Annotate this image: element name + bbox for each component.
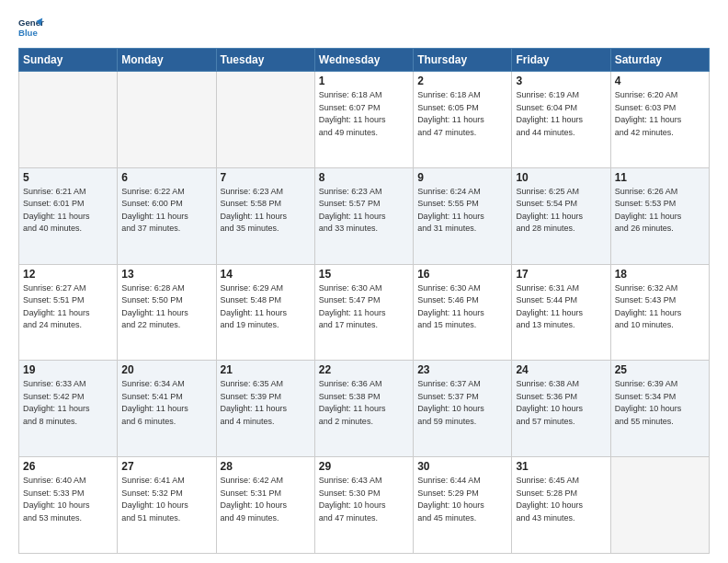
- calendar-cell: 29Sunrise: 6:43 AM Sunset: 5:30 PM Dayli…: [314, 457, 413, 554]
- day-number: 16: [417, 268, 507, 281]
- calendar-cell: 26Sunrise: 6:40 AM Sunset: 5:33 PM Dayli…: [19, 457, 118, 554]
- calendar-header-sunday: Sunday: [19, 49, 118, 72]
- calendar-cell: 7Sunrise: 6:23 AM Sunset: 5:58 PM Daylig…: [216, 167, 314, 264]
- day-number: 1: [319, 75, 409, 87]
- calendar-cell: 27Sunrise: 6:41 AM Sunset: 5:32 PM Dayli…: [118, 457, 216, 554]
- day-info: Sunrise: 6:28 AM Sunset: 5:50 PM Dayligh…: [121, 282, 211, 332]
- calendar-cell: 24Sunrise: 6:38 AM Sunset: 5:36 PM Dayli…: [512, 361, 610, 457]
- calendar-cell: 16Sunrise: 6:30 AM Sunset: 5:46 PM Dayli…: [414, 264, 512, 361]
- day-number: 14: [221, 268, 311, 281]
- calendar-cell: 13Sunrise: 6:28 AM Sunset: 5:50 PM Dayli…: [118, 264, 216, 361]
- day-info: Sunrise: 6:44 AM Sunset: 5:29 PM Dayligh…: [417, 475, 507, 524]
- calendar-cell: 12Sunrise: 6:27 AM Sunset: 5:51 PM Dayli…: [19, 264, 118, 361]
- calendar-cell: 1Sunrise: 6:18 AM Sunset: 6:07 PM Daylig…: [314, 72, 413, 168]
- calendar-cell: 2Sunrise: 6:18 AM Sunset: 6:05 PM Daylig…: [414, 72, 512, 168]
- calendar-cell: 9Sunrise: 6:24 AM Sunset: 5:55 PM Daylig…: [414, 167, 512, 264]
- day-number: 4: [615, 75, 705, 87]
- calendar-cell: 8Sunrise: 6:23 AM Sunset: 5:57 PM Daylig…: [314, 167, 413, 264]
- day-number: 31: [516, 460, 606, 473]
- day-number: 7: [221, 171, 311, 184]
- day-info: Sunrise: 6:37 AM Sunset: 5:37 PM Dayligh…: [417, 378, 507, 428]
- day-number: 13: [121, 268, 211, 281]
- day-info: Sunrise: 6:23 AM Sunset: 5:58 PM Dayligh…: [221, 186, 311, 236]
- day-number: 3: [516, 75, 606, 87]
- calendar-table: SundayMondayTuesdayWednesdayThursdayFrid…: [18, 48, 710, 554]
- day-number: 15: [319, 268, 409, 281]
- day-info: Sunrise: 6:41 AM Sunset: 5:32 PM Dayligh…: [121, 475, 211, 524]
- calendar-cell: 14Sunrise: 6:29 AM Sunset: 5:48 PM Dayli…: [216, 264, 314, 361]
- calendar-cell: 22Sunrise: 6:36 AM Sunset: 5:38 PM Dayli…: [314, 361, 413, 457]
- calendar-week-3: 12Sunrise: 6:27 AM Sunset: 5:51 PM Dayli…: [19, 264, 710, 361]
- day-info: Sunrise: 6:42 AM Sunset: 5:31 PM Dayligh…: [221, 475, 311, 524]
- day-number: 18: [615, 268, 705, 281]
- day-info: Sunrise: 6:22 AM Sunset: 6:00 PM Dayligh…: [121, 186, 211, 236]
- logo: General Blue: [18, 15, 44, 40]
- day-info: Sunrise: 6:26 AM Sunset: 5:53 PM Dayligh…: [615, 186, 705, 236]
- calendar-cell: [19, 72, 118, 168]
- calendar-header-wednesday: Wednesday: [314, 49, 413, 72]
- day-info: Sunrise: 6:34 AM Sunset: 5:41 PM Dayligh…: [121, 378, 211, 428]
- day-number: 21: [221, 363, 311, 376]
- header-row: SundayMondayTuesdayWednesdayThursdayFrid…: [19, 49, 710, 72]
- day-number: 20: [121, 363, 211, 376]
- day-info: Sunrise: 6:45 AM Sunset: 5:28 PM Dayligh…: [516, 475, 606, 524]
- day-info: Sunrise: 6:19 AM Sunset: 6:04 PM Dayligh…: [516, 89, 606, 139]
- calendar-cell: [118, 72, 216, 168]
- day-number: 19: [23, 363, 113, 376]
- day-number: 17: [516, 268, 606, 281]
- calendar-cell: 21Sunrise: 6:35 AM Sunset: 5:39 PM Dayli…: [216, 361, 314, 457]
- day-number: 2: [417, 75, 507, 87]
- day-number: 22: [319, 363, 409, 376]
- day-number: 24: [516, 363, 606, 376]
- calendar-cell: 20Sunrise: 6:34 AM Sunset: 5:41 PM Dayli…: [118, 361, 216, 457]
- day-info: Sunrise: 6:20 AM Sunset: 6:03 PM Dayligh…: [615, 89, 705, 139]
- day-info: Sunrise: 6:36 AM Sunset: 5:38 PM Dayligh…: [319, 378, 409, 428]
- calendar-cell: 23Sunrise: 6:37 AM Sunset: 5:37 PM Dayli…: [414, 361, 512, 457]
- calendar-header-thursday: Thursday: [414, 49, 512, 72]
- day-number: 26: [23, 460, 113, 473]
- calendar-header-tuesday: Tuesday: [216, 49, 314, 72]
- day-info: Sunrise: 6:18 AM Sunset: 6:05 PM Dayligh…: [417, 89, 507, 139]
- day-number: 30: [417, 460, 507, 473]
- day-info: Sunrise: 6:23 AM Sunset: 5:57 PM Dayligh…: [319, 186, 409, 236]
- day-info: Sunrise: 6:27 AM Sunset: 5:51 PM Dayligh…: [23, 282, 113, 332]
- day-info: Sunrise: 6:32 AM Sunset: 5:43 PM Dayligh…: [615, 282, 705, 332]
- calendar-cell: [216, 72, 314, 168]
- day-number: 11: [615, 171, 705, 184]
- day-number: 9: [417, 171, 507, 184]
- calendar-cell: 30Sunrise: 6:44 AM Sunset: 5:29 PM Dayli…: [414, 457, 512, 554]
- day-number: 23: [417, 363, 507, 376]
- day-number: 10: [516, 171, 606, 184]
- calendar-header-saturday: Saturday: [610, 49, 709, 72]
- calendar-cell: 15Sunrise: 6:30 AM Sunset: 5:47 PM Dayli…: [314, 264, 413, 361]
- day-info: Sunrise: 6:40 AM Sunset: 5:33 PM Dayligh…: [23, 475, 113, 524]
- day-info: Sunrise: 6:31 AM Sunset: 5:44 PM Dayligh…: [516, 282, 606, 332]
- calendar-cell: 25Sunrise: 6:39 AM Sunset: 5:34 PM Dayli…: [610, 361, 709, 457]
- calendar-cell: [610, 457, 709, 554]
- day-number: 25: [615, 363, 705, 376]
- calendar-week-1: 1Sunrise: 6:18 AM Sunset: 6:07 PM Daylig…: [19, 72, 710, 168]
- day-number: 8: [319, 171, 409, 184]
- calendar-cell: 11Sunrise: 6:26 AM Sunset: 5:53 PM Dayli…: [610, 167, 709, 264]
- day-info: Sunrise: 6:39 AM Sunset: 5:34 PM Dayligh…: [615, 378, 705, 428]
- day-number: 5: [23, 171, 113, 184]
- day-number: 12: [23, 268, 113, 281]
- day-number: 6: [121, 171, 211, 184]
- day-info: Sunrise: 6:30 AM Sunset: 5:46 PM Dayligh…: [417, 282, 507, 332]
- day-info: Sunrise: 6:43 AM Sunset: 5:30 PM Dayligh…: [319, 475, 409, 524]
- calendar-cell: 28Sunrise: 6:42 AM Sunset: 5:31 PM Dayli…: [216, 457, 314, 554]
- day-number: 29: [319, 460, 409, 473]
- calendar-header-monday: Monday: [118, 49, 216, 72]
- calendar-cell: 17Sunrise: 6:31 AM Sunset: 5:44 PM Dayli…: [512, 264, 610, 361]
- calendar-cell: 4Sunrise: 6:20 AM Sunset: 6:03 PM Daylig…: [610, 72, 709, 168]
- day-info: Sunrise: 6:29 AM Sunset: 5:48 PM Dayligh…: [221, 282, 311, 332]
- logo-icon: General Blue: [18, 15, 44, 40]
- svg-text:Blue: Blue: [18, 28, 38, 38]
- day-info: Sunrise: 6:30 AM Sunset: 5:47 PM Dayligh…: [319, 282, 409, 332]
- calendar-cell: 18Sunrise: 6:32 AM Sunset: 5:43 PM Dayli…: [610, 264, 709, 361]
- calendar-week-2: 5Sunrise: 6:21 AM Sunset: 6:01 PM Daylig…: [19, 167, 710, 264]
- day-info: Sunrise: 6:35 AM Sunset: 5:39 PM Dayligh…: [221, 378, 311, 428]
- calendar-cell: 19Sunrise: 6:33 AM Sunset: 5:42 PM Dayli…: [19, 361, 118, 457]
- calendar-cell: 6Sunrise: 6:22 AM Sunset: 6:00 PM Daylig…: [118, 167, 216, 264]
- day-info: Sunrise: 6:25 AM Sunset: 5:54 PM Dayligh…: [516, 186, 606, 236]
